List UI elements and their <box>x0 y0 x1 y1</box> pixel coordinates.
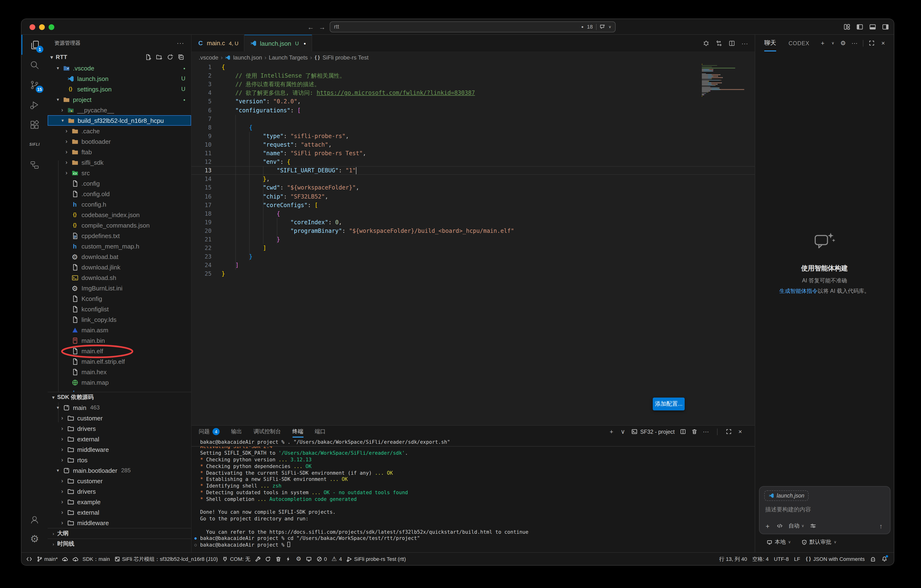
chevron-right-icon[interactable]: › <box>58 520 66 526</box>
chevron-right-icon[interactable]: › <box>58 499 66 505</box>
chevron-right-icon[interactable]: › <box>58 435 66 442</box>
tree-item-project[interactable]: ▼project● <box>48 94 191 105</box>
approval-selector[interactable]: 默认审批∨ <box>801 538 837 546</box>
activity-item-settings[interactable]: ⚙ <box>21 528 48 549</box>
activity-item-extensions[interactable] <box>21 115 48 135</box>
chevron-right-icon[interactable]: › <box>58 488 66 495</box>
breadcrumb-item[interactable]: .vscode <box>199 54 218 61</box>
editor-tab-launch.json[interactable]: launch.jsonU● <box>245 35 312 51</box>
more-actions-icon[interactable]: ··· <box>177 39 184 46</box>
run-route-icon[interactable] <box>716 40 722 46</box>
project-section-header[interactable]: ▼ RTT <box>48 52 191 62</box>
more-icon[interactable]: ··· <box>741 40 748 46</box>
timeline-section-header[interactable]: › 时间线 <box>48 538 191 549</box>
back-icon[interactable]: ← <box>307 24 314 30</box>
generate-instructions-link[interactable]: 生成智能体指令 <box>779 288 818 294</box>
chevron-right-icon[interactable]: › <box>58 415 66 421</box>
tree-item-drivers[interactable]: ›drivers <box>48 423 191 434</box>
status-item-eol[interactable]: LF <box>794 556 800 562</box>
chev-down-s-icon[interactable]: ∨ <box>831 41 835 45</box>
outline-section-header[interactable]: › 大纲 <box>48 528 191 538</box>
new-folder-icon[interactable] <box>156 54 163 60</box>
status-item-indentation[interactable]: 空格: 4 <box>752 556 768 562</box>
layout-grid-icon[interactable] <box>843 23 851 31</box>
chevron-right-icon[interactable]: › <box>62 159 70 166</box>
status-item-errors[interactable]: 0 <box>316 556 327 562</box>
activity-item-sifli[interactable]: SIFLI <box>21 135 48 155</box>
chevron-right-icon[interactable]: › <box>58 509 66 516</box>
more-icon[interactable]: ··· <box>851 40 858 46</box>
status-item-warnings[interactable]: ⚠4 <box>331 556 342 562</box>
add-context-icon[interactable]: + <box>764 523 771 529</box>
minimap[interactable] <box>702 64 748 97</box>
tree-item-download.sh[interactable]: download.sh <box>48 272 191 283</box>
activity-item-explorer[interactable]: 1 <box>21 35 48 55</box>
breadcrumb-item[interactable]: launch.json <box>233 54 262 61</box>
status-item-lightning[interactable] <box>285 556 291 562</box>
status-item-encoding[interactable]: UTF-8 <box>774 556 789 562</box>
status-item-cloud-upload[interactable] <box>62 556 68 562</box>
chevron-down-icon[interactable]: ▼ <box>59 118 67 123</box>
tree-item-middleware[interactable]: ›middleware <box>48 518 191 528</box>
editor-tab-main.c[interactable]: Cmain.c4, U <box>192 35 245 51</box>
chevron-down-icon[interactable]: ▼ <box>54 97 62 102</box>
tree-item-example[interactable]: ›example <box>48 497 191 507</box>
chevron-right-icon[interactable]: › <box>58 478 66 484</box>
status-item-notifications[interactable] <box>881 556 887 562</box>
chevron-down-icon[interactable]: ▼ <box>54 66 62 70</box>
tree-item-.vscode[interactable]: ▼.vscode● <box>48 63 191 73</box>
refresh-icon[interactable] <box>167 54 173 60</box>
tree-item-main[interactable]: ▼main463 <box>48 402 191 413</box>
context-chip[interactable]: launch.json <box>764 491 809 501</box>
chevron-right-icon[interactable]: › <box>58 446 66 453</box>
activity-item-hierarchy[interactable] <box>21 155 48 175</box>
status-item-cursor-position[interactable]: 行 13, 列 40 <box>719 556 747 562</box>
tree-item-.config[interactable]: .config <box>48 178 191 188</box>
chevron-down-icon[interactable]: ∨ <box>609 24 611 29</box>
status-item-cloud-download[interactable] <box>72 556 78 562</box>
sdk-section-header[interactable]: ▼ SDK 依赖源码 <box>48 392 191 402</box>
status-item-gear[interactable]: ⚙ <box>296 556 302 562</box>
status-item-language-mode[interactable]: { }JSON with Comments <box>805 556 865 562</box>
tree-item-ImgBurnList.ini[interactable]: ⚙ImgBurnList.ini <box>48 283 191 293</box>
tree-item-Kconfig[interactable]: Kconfig <box>48 293 191 304</box>
tree-item-link_copy.lds[interactable]: link_copy.lds <box>48 314 191 325</box>
chat-sparkle-icon[interactable] <box>600 24 605 29</box>
tree-item-codebase_index.json[interactable]: {}codebase_index.json <box>48 210 191 220</box>
layout-right-icon[interactable] <box>882 23 889 31</box>
chevron-right-icon[interactable]: › <box>58 107 66 113</box>
tree-item-external[interactable]: ›external <box>48 434 191 444</box>
tree-item-__pycache__[interactable]: ›__pycache__ <box>48 105 191 115</box>
tree-item-src[interactable]: ›src <box>48 167 191 178</box>
new-file-icon[interactable] <box>145 54 151 60</box>
tree-item-.config.old[interactable]: .config.old <box>48 188 191 199</box>
minimize-window-button[interactable] <box>39 24 45 30</box>
chevron-right-icon[interactable]: › <box>62 128 70 134</box>
tree-item-main.bin[interactable]: main.bin <box>48 335 191 346</box>
split-editor-icon[interactable] <box>729 40 735 46</box>
status-item-sdk[interactable]: SDK：main <box>83 556 110 562</box>
chatgpt-icon[interactable] <box>703 40 709 46</box>
status-item-sync[interactable] <box>265 556 271 562</box>
tree-item-external[interactable]: ›external <box>48 507 191 518</box>
tree-item-kconfiglist[interactable]: kconfiglist <box>48 304 191 314</box>
tree-item-main.asm[interactable]: main.asm <box>48 325 191 335</box>
gear-icon[interactable]: ⚙ <box>840 40 846 46</box>
status-item-monitor[interactable] <box>306 556 312 562</box>
chat-input-box[interactable]: launch.json 描述要构建的内容 + 自动∨ ↑ <box>759 486 890 534</box>
layout-left-icon[interactable] <box>856 23 863 31</box>
tree-item-middleware[interactable]: ›middleware <box>48 444 191 455</box>
tree-item-.cache[interactable]: ›.cache <box>48 126 191 136</box>
status-item-wrench[interactable] <box>255 556 260 562</box>
chevron-right-icon[interactable]: › <box>58 456 66 463</box>
command-center[interactable]: rtt ● 18 ∨ <box>330 21 615 32</box>
close-window-button[interactable] <box>29 24 35 30</box>
forward-icon[interactable]: → <box>319 24 325 30</box>
tree-item-cconfig.h[interactable]: hcconfig.h <box>48 199 191 210</box>
tree-item-bootloader[interactable]: ›bootloader <box>48 136 191 147</box>
tree-item-main.map[interactable]: main.map <box>48 377 191 388</box>
send-icon[interactable]: ↑ <box>878 523 884 530</box>
tree-item-main.elf.strip.elf[interactable]: main.elf.strip.elf <box>48 356 191 367</box>
tree-item-drivers[interactable]: ›drivers <box>48 486 191 497</box>
activity-item-source-control[interactable]: 15 <box>21 75 48 95</box>
